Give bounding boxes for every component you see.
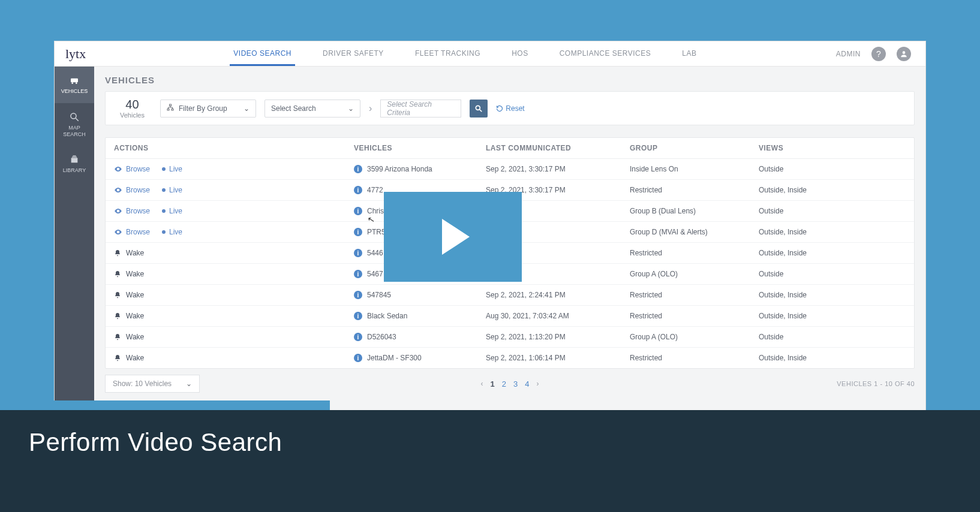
group: Group D (MVAI & Alerts) (630, 228, 759, 236)
reset-link[interactable]: Reset (496, 104, 524, 113)
vehicle-name: D526043 (367, 333, 396, 341)
live-action[interactable]: Live (162, 207, 182, 215)
nav-tab-fleet-tracking[interactable]: FLEET TRACKING (411, 41, 484, 66)
page-1[interactable]: 1 (491, 380, 495, 388)
search-criteria-input[interactable]: Select Search Criteria (380, 100, 461, 118)
page-next[interactable]: › (536, 380, 539, 388)
show-count-dropdown[interactable]: Show: 10 Vehicles ⌄ (105, 375, 200, 393)
svg-line-5 (76, 118, 79, 121)
group: Inside Lens On (630, 165, 759, 173)
table-row: WakeiJettaDM - SF300Sep 2, 2021, 1:06:14… (106, 348, 914, 368)
sidebar-item-map-search[interactable]: MAP SEARCH (55, 103, 94, 146)
col-last-communicated: LAST COMMUNICATED (486, 144, 630, 152)
help-icon[interactable]: ? (871, 47, 886, 61)
wake-action[interactable]: Wake (114, 354, 144, 362)
page-4[interactable]: 4 (525, 380, 529, 388)
svg-rect-8 (73, 156, 76, 156)
table-header: ACTIONS VEHICLES LAST COMMUNICATED GROUP… (106, 138, 914, 159)
info-icon[interactable]: i (354, 333, 362, 341)
arrow-right-icon: › (369, 103, 372, 114)
caption-bar: Perform Video Search (0, 410, 980, 512)
group: Restricted (630, 354, 759, 362)
sidebar-item-label: MAP SEARCH (57, 125, 92, 138)
table-row: WakeiD526043Sep 2, 2021, 1:13:20 PMGroup… (106, 327, 914, 348)
browse-action[interactable]: Browse (114, 186, 150, 194)
browse-label: Browse (126, 186, 150, 194)
user-avatar-icon[interactable] (897, 47, 911, 61)
live-action[interactable]: Live (162, 165, 182, 173)
search-button[interactable] (470, 100, 488, 118)
svg-point-4 (71, 113, 76, 119)
svg-rect-10 (167, 109, 169, 111)
vehicle-name: 3599 Arizona Honda (367, 165, 432, 173)
bell-icon (114, 312, 121, 320)
vehicles-icon (68, 75, 80, 86)
filter-bar: 40 Vehicles Filter By Group ⌄ Select Sea… (105, 91, 915, 125)
count-number: 40 (120, 98, 145, 112)
table-row: Wakei547845Sep 2, 2021, 2:24:41 PMRestri… (106, 285, 914, 306)
nav-tab-hos[interactable]: HOS (508, 41, 532, 66)
live-dot-icon (162, 167, 166, 171)
group: Restricted (630, 186, 759, 194)
vehicle-count: 40 Vehicles (113, 98, 152, 119)
info-icon[interactable]: i (354, 186, 362, 194)
wake-label: Wake (126, 333, 144, 341)
wake-label: Wake (126, 312, 144, 320)
info-icon[interactable]: i (354, 228, 362, 236)
nav-tab-lab[interactable]: LAB (678, 41, 700, 66)
live-label: Live (169, 207, 182, 215)
nav-tab-compliance-services[interactable]: COMPLIANCE SERVICES (556, 41, 655, 66)
brand-logo: lytx (55, 46, 94, 62)
info-icon[interactable]: i (354, 354, 362, 362)
info-icon[interactable]: i (354, 312, 362, 320)
info-icon[interactable]: i (354, 249, 362, 257)
wake-label: Wake (126, 291, 144, 299)
info-icon[interactable]: i (354, 291, 362, 299)
bell-icon (114, 249, 121, 257)
last-communicated: Aug 30, 2021, 7:03:42 AM (486, 312, 630, 320)
bell-icon (114, 333, 121, 341)
views: Outside, Inside (759, 228, 906, 236)
sidebar-item-library[interactable]: LIBRARY (55, 146, 94, 182)
pagination-range: VEHICLES 1 - 10 OF 40 (837, 380, 915, 387)
views: Outside (759, 165, 906, 173)
browse-action[interactable]: Browse (114, 207, 150, 215)
browse-action[interactable]: Browse (114, 228, 150, 236)
info-icon[interactable]: i (354, 207, 362, 215)
play-icon (442, 219, 470, 255)
video-play-button[interactable] (384, 192, 522, 282)
wake-action[interactable]: Wake (114, 249, 144, 257)
live-action[interactable]: Live (162, 228, 182, 236)
group: Group A (OLO) (630, 270, 759, 278)
chevron-down-icon: ⌄ (186, 380, 192, 388)
filter-by-group-dropdown[interactable]: Filter By Group ⌄ (160, 100, 256, 118)
sidebar-item-vehicles[interactable]: VEHICLES (55, 67, 94, 103)
wake-action[interactable]: Wake (114, 312, 144, 320)
info-icon[interactable]: i (354, 270, 362, 278)
select-search-dropdown[interactable]: Select Search ⌄ (264, 100, 360, 118)
admin-link[interactable]: ADMIN (836, 50, 861, 58)
svg-point-12 (476, 106, 480, 110)
page-2[interactable]: 2 (502, 380, 506, 388)
page-3[interactable]: 3 (513, 380, 518, 388)
wake-label: Wake (126, 354, 144, 362)
svg-rect-9 (169, 104, 171, 106)
wake-action[interactable]: Wake (114, 291, 144, 299)
page-prev[interactable]: ‹ (481, 380, 483, 388)
bell-icon (114, 354, 121, 362)
live-label: Live (169, 165, 182, 173)
wake-action[interactable]: Wake (114, 333, 144, 341)
nav-tab-driver-safety[interactable]: DRIVER SAFETY (319, 41, 387, 66)
browse-action[interactable]: Browse (114, 165, 150, 173)
nav-tab-video-search[interactable]: VIDEO SEARCH (230, 41, 295, 66)
info-icon[interactable]: i (354, 165, 362, 173)
live-label: Live (169, 228, 182, 236)
group: Restricted (630, 249, 759, 257)
wake-action[interactable]: Wake (114, 270, 144, 278)
live-dot-icon (162, 188, 166, 192)
group: Group A (OLO) (630, 333, 759, 341)
library-icon (68, 154, 80, 165)
group: Group B (Dual Lens) (630, 207, 759, 215)
live-action[interactable]: Live (162, 186, 182, 194)
live-label: Live (169, 186, 182, 194)
